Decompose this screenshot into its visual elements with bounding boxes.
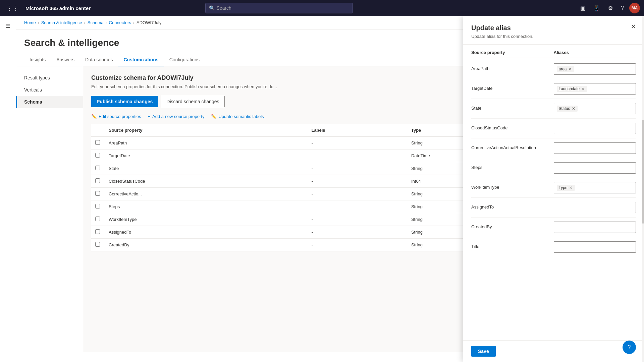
row-checkbox[interactable] — [95, 140, 100, 145]
help-icon[interactable]: ? — [618, 2, 627, 14]
alias-tag-input[interactable] — [554, 222, 636, 233]
alias-row: Title — [471, 237, 636, 257]
alias-tag-input[interactable] — [554, 142, 636, 154]
row-source-property: WorkItemType — [105, 213, 307, 226]
alias-tag-input[interactable]: Launchdate ✕ — [554, 83, 636, 95]
alias-source-property: AssignedTo — [471, 202, 554, 209]
semantic-edit-icon: ✏️ — [211, 114, 216, 119]
breadcrumb-home[interactable]: Home — [24, 20, 36, 25]
alias-text-input[interactable] — [576, 185, 633, 190]
alias-tag-input[interactable]: Type ✕ — [554, 182, 636, 193]
update-semantic-labels-link[interactable]: ✏️ Update semantic labels — [211, 114, 264, 119]
row-labels: - — [307, 136, 407, 149]
tab-insights[interactable]: Insights — [24, 54, 51, 66]
row-checkbox[interactable] — [95, 153, 100, 158]
app-title: Microsoft 365 admin center — [25, 5, 91, 11]
alias-row: WorkItemType Type ✕ — [471, 178, 636, 198]
row-checkbox[interactable] — [95, 242, 100, 247]
panel-overlay: ✕ Update alias Update alias for this con… — [463, 16, 644, 362]
alias-input-wrap — [554, 202, 636, 213]
alias-source-property: WorkItemType — [471, 182, 554, 190]
alias-row: AssignedTo — [471, 198, 636, 218]
breadcrumb-sep-2: › — [84, 20, 86, 25]
alias-text-input[interactable] — [557, 146, 633, 151]
sidebar-item-schema[interactable]: Schema — [16, 96, 83, 108]
row-checkbox[interactable] — [95, 178, 100, 183]
breadcrumb-sep-4: › — [133, 20, 135, 25]
row-checkbox-cell — [91, 149, 105, 162]
alias-tag-remove-button[interactable]: ✕ — [568, 67, 572, 71]
row-labels: - — [307, 175, 407, 188]
col-source-property: Source property — [105, 124, 307, 136]
alias-tag-input[interactable]: Status ✕ — [554, 103, 636, 114]
edit-source-properties-link[interactable]: ✏️ Edit source properties — [91, 114, 141, 119]
panel-close-button[interactable]: ✕ — [628, 21, 639, 32]
alias-text-input[interactable] — [576, 67, 633, 72]
alias-tag-input[interactable] — [554, 162, 636, 174]
breadcrumb-connectors[interactable]: Connectors — [109, 20, 131, 25]
alias-source-property: State — [471, 103, 554, 111]
breadcrumb-search-intelligence[interactable]: Search & intelligence — [41, 20, 82, 25]
hamburger-icon[interactable]: ☰ — [2, 19, 14, 33]
tab-configurations[interactable]: Configurations — [164, 54, 205, 66]
row-source-property: State — [105, 162, 307, 175]
alias-text-input[interactable] — [588, 86, 633, 92]
add-source-property-link[interactable]: + Add a new source property — [148, 114, 204, 119]
alias-tag: area ✕ — [557, 66, 574, 72]
alias-text-input[interactable] — [579, 106, 633, 111]
row-source-property: CorrectiveActio... — [105, 188, 307, 200]
search-input[interactable] — [217, 5, 349, 11]
panel-col-source: Source property — [471, 50, 554, 55]
row-labels: - — [307, 149, 407, 162]
alias-tag-input[interactable] — [554, 241, 636, 253]
alias-text-input[interactable] — [557, 225, 633, 230]
alias-input-wrap — [554, 222, 636, 233]
alias-input-wrap — [554, 142, 636, 154]
alias-input-wrap: Launchdate ✕ — [554, 83, 636, 95]
row-checkbox[interactable] — [95, 166, 100, 170]
row-checkbox-cell — [91, 200, 105, 213]
discard-schema-button[interactable]: Discard schema changes — [161, 96, 225, 107]
panel-subtitle: Update alias for this connection. — [471, 34, 636, 39]
scrollbar-thumb[interactable] — [642, 120, 644, 224]
tab-data-sources[interactable]: Data sources — [80, 54, 118, 66]
alias-source-property: CorrectiveActionActualResolution — [471, 142, 554, 150]
alias-text-input[interactable] — [557, 245, 633, 250]
alias-tag-input[interactable] — [554, 202, 636, 213]
alias-source-property: CreatedBy — [471, 222, 554, 229]
row-source-property: AssignedTo — [105, 226, 307, 239]
alias-row: CorrectiveActionActualResolution — [471, 138, 636, 158]
alias-text-input[interactable] — [557, 166, 633, 171]
alias-tag: Launchdate ✕ — [557, 86, 587, 92]
monitor-icon[interactable]: ▣ — [578, 2, 588, 14]
avatar[interactable]: MA — [629, 3, 640, 13]
waffle-menu-icon[interactable]: ⋮⋮ — [4, 2, 21, 14]
alias-text-input[interactable] — [557, 205, 633, 210]
sidebar-item-verticals[interactable]: Verticals — [16, 84, 83, 96]
alias-tag-input[interactable] — [554, 123, 636, 134]
tab-answers[interactable]: Answers — [51, 54, 80, 66]
sidebar-toggle: ☰ — [0, 16, 16, 362]
panel-col-aliases: Aliases — [554, 50, 636, 55]
alias-tag-remove-button[interactable]: ✕ — [569, 186, 573, 190]
settings-icon[interactable]: ⚙ — [605, 2, 615, 14]
save-button[interactable]: Save — [471, 346, 496, 357]
panel-title: Update alias — [471, 24, 636, 32]
publish-schema-button[interactable]: Publish schema changes — [91, 96, 158, 107]
tab-customizations[interactable]: Customizations — [118, 54, 164, 66]
row-checkbox-cell — [91, 175, 105, 188]
row-checkbox[interactable] — [95, 204, 100, 208]
help-button[interactable]: ? — [623, 341, 636, 354]
sidebar-item-result-types[interactable]: Result types — [16, 72, 83, 84]
row-checkbox[interactable] — [95, 229, 100, 234]
row-checkbox-cell — [91, 136, 105, 149]
breadcrumb-schema[interactable]: Schema — [88, 20, 104, 25]
row-checkbox[interactable] — [95, 191, 100, 196]
alias-tag-remove-button[interactable]: ✕ — [581, 87, 585, 91]
alias-tag-input[interactable]: area ✕ — [554, 63, 636, 75]
mobile-icon[interactable]: 📱 — [591, 2, 603, 14]
alias-tag-remove-button[interactable]: ✕ — [572, 107, 576, 111]
alias-text-input[interactable] — [557, 126, 633, 131]
alias-source-property: Title — [471, 241, 554, 249]
row-checkbox[interactable] — [95, 217, 100, 221]
